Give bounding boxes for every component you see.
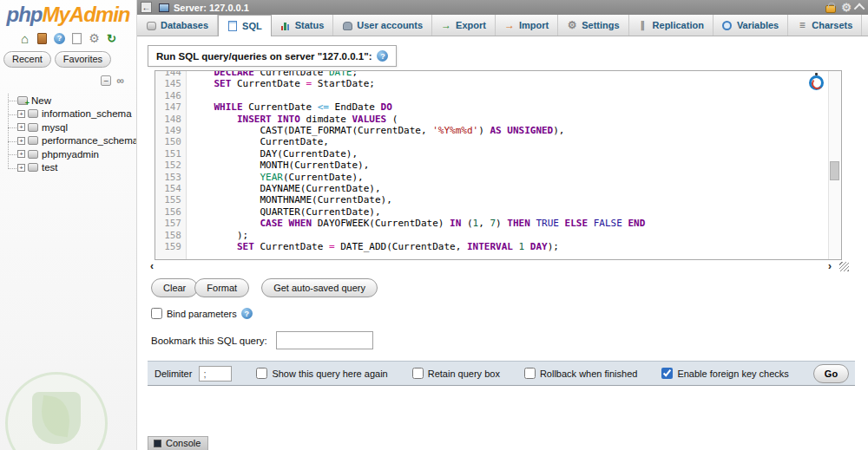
query-help-icon[interactable]: ? [377,50,388,62]
settings-gear-icon[interactable]: ⚙ [88,32,101,45]
page-settings-icon[interactable]: ⚙ [841,1,852,14]
wrench-icon: ⚙ [567,20,577,30]
tree-item-phpmyadmin[interactable]: + phpmyadmin [5,147,136,161]
resize-grip-icon[interactable] [839,262,849,271]
logo-php: php [7,3,43,26]
scrollbar-thumb[interactable] [830,161,839,180]
delimiter-input[interactable] [199,366,232,382]
sql-icon [227,21,238,31]
tree-item-performance-schema[interactable]: + performance_schema [5,134,136,148]
tab-databases[interactable]: Databases [137,15,218,36]
bind-parameters-help-icon[interactable]: ? [241,308,253,319]
database-icon [28,163,38,172]
editor-vertical-scrollbar[interactable] [828,71,841,259]
main-panel: ← Server: 127.0.0.1 ⚙ Databases SQL Stat… [137,0,868,450]
new-database-icon [17,96,28,105]
tab-engines[interactable]: ⚙Engines [862,15,868,36]
replication-icon: ∥ [638,20,648,30]
tab-status[interactable]: Status [272,15,334,36]
sidebar: phpMyAdmin ⌂ ? ⚙ ↻ Recent Favorites − ∞ … [0,0,137,450]
expand-icon[interactable]: + [17,123,25,131]
refresh-icon[interactable]: ↻ [105,32,118,45]
link-icon[interactable]: ∞ [116,75,124,87]
server-title-bar: ← Server: 127.0.0.1 ⚙ [137,0,868,15]
scroll-left-icon[interactable]: ‹ [148,260,156,272]
phpmyadmin-logo[interactable]: phpMyAdmin [0,0,136,27]
tree-item-test[interactable]: + test [5,161,136,175]
recent-button[interactable]: Recent [3,51,51,68]
show-query-again-checkbox[interactable] [256,368,267,379]
editor-horizontal-scrollbar: ‹ › [148,260,849,272]
bind-parameters-row: Bind parameters ? [151,308,868,319]
tab-settings[interactable]: ⚙Settings [558,15,628,36]
back-arrow-button[interactable]: ← [141,2,152,13]
database-icon [28,109,38,118]
query-form-legend: Run SQL query/queries on server "127.0.0… [148,45,397,67]
console-label: Console [166,438,201,448]
favorites-button[interactable]: Favorites [55,51,111,68]
expand-icon[interactable]: + [17,110,25,118]
logo-myadmin: MyAdmin [42,3,129,26]
database-icon [28,136,38,145]
retain-query-box-checkbox[interactable] [412,368,424,379]
database-tree: New + information_schema + mysql + perfo… [5,94,136,174]
console-button[interactable]: Console [148,436,208,450]
scroll-right-icon[interactable]: › [825,260,834,272]
collapse-icon[interactable] [854,3,865,15]
expand-icon[interactable]: + [17,137,25,145]
tab-variables[interactable]: Variables [713,15,788,36]
editor-buttons-row: Clear Format Get auto-saved query [151,278,868,297]
bind-parameters-checkbox[interactable] [151,308,162,319]
sql-editor-lines[interactable]: 144 DECLARE CurrentDate DATE;145 SET Cur… [155,70,841,253]
expand-icon[interactable]: + [17,164,25,172]
sql-query-form: Run SQL query/queries on server "127.0.0… [137,36,868,386]
tab-replication[interactable]: ∥Replication [629,15,713,36]
expand-icon[interactable]: + [17,150,25,158]
foreign-key-checks-option[interactable]: Enable foreign key checks [661,368,788,379]
export-icon: → [441,20,451,30]
tab-export[interactable]: →Export [432,15,496,36]
console-icon [154,440,161,447]
foreign-key-checks-checkbox[interactable] [661,368,673,379]
lock-icon[interactable] [825,5,836,13]
variables-icon [722,20,733,30]
sidebar-icon-toolbar: ⌂ ? ⚙ ↻ [0,30,136,46]
server-title: Server: 127.0.0.1 [174,3,249,13]
get-autosaved-query-button[interactable]: Get auto-saved query [261,278,378,297]
bookmark-label: Bookmark this SQL query: [151,336,267,346]
tree-item-information-schema[interactable]: + information_schema [5,108,136,121]
tree-item-new[interactable]: New [5,94,136,108]
sql-editor[interactable]: 144 DECLARE CurrentDate DATE;145 SET Cur… [155,70,842,260]
watermark-logo [5,372,108,450]
go-button[interactable]: Go [813,364,849,383]
tab-bar: Databases SQL Status User accounts →Expo… [137,15,868,36]
bind-parameters-label: Bind parameters [167,309,237,319]
query-history-icon[interactable] [809,75,824,90]
show-query-again-option[interactable]: Show this query here again [256,368,387,379]
documentation-icon[interactable] [70,32,83,45]
status-icon [280,20,291,30]
bookmark-row: Bookmark this SQL query: [151,331,868,349]
tab-import[interactable]: →Import [496,15,558,36]
rollback-checkbox[interactable] [524,368,536,379]
help-icon[interactable]: ? [53,32,66,45]
server-icon [159,3,169,12]
tree-item-mysql[interactable]: + mysql [5,121,136,134]
bookmark-input[interactable] [276,331,373,349]
home-icon[interactable]: ⌂ [18,32,31,45]
format-button[interactable]: Format [194,278,249,297]
collapse-all-icon[interactable]: − [101,75,111,86]
import-icon: → [504,20,515,30]
logout-icon[interactable] [36,32,49,45]
delimiter-label: Delimiter [155,368,192,379]
user-accounts-icon [342,20,352,30]
databases-icon [146,20,156,30]
tab-charsets[interactable]: ≡Charsets [788,15,862,36]
clear-button[interactable]: Clear [151,278,198,297]
tab-sql[interactable]: SQL [218,15,272,36]
database-icon [28,150,38,159]
tab-user-accounts[interactable]: User accounts [333,15,432,36]
rollback-option[interactable]: Rollback when finished [524,368,638,379]
retain-query-box-option[interactable]: Retain query box [412,368,500,379]
charsets-icon: ≡ [797,20,807,30]
